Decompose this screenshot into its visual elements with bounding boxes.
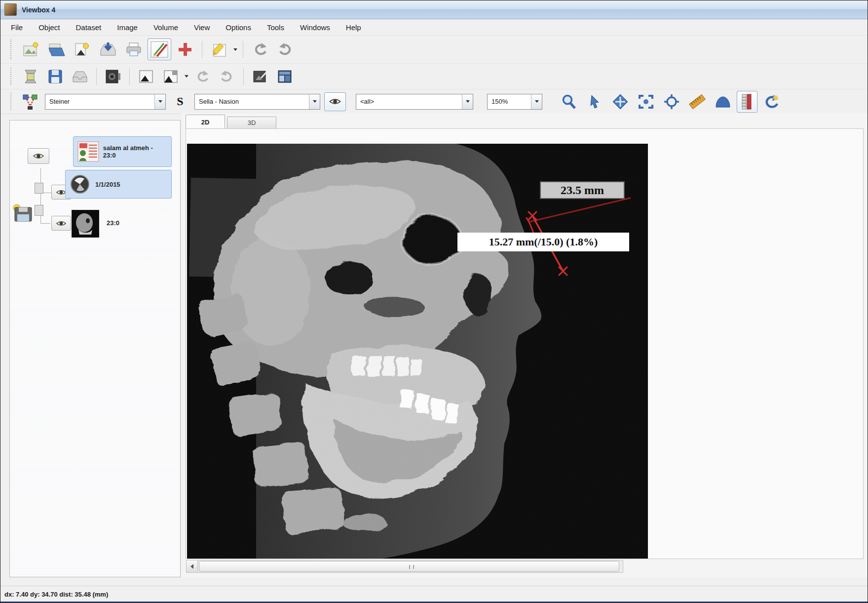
image-enhanced-button[interactable]: [159, 67, 182, 86]
pan-tool-button[interactable]: [608, 91, 632, 113]
toolbar-main: [0, 36, 868, 64]
save-image-button[interactable]: [71, 39, 94, 60]
redo-image-icon: [219, 70, 235, 83]
vertical-ruler-button[interactable]: [737, 91, 757, 113]
tree-item-study[interactable]: 1/1/2015: [65, 170, 172, 199]
annotate-pencil-dropdown[interactable]: [232, 42, 239, 57]
fit-to-window-icon: [638, 94, 654, 110]
scrollbar-thumb[interactable]: [199, 561, 619, 572]
import-archive-button[interactable]: [96, 39, 120, 60]
digitize-tool-button[interactable]: [148, 39, 171, 60]
open-image-icon: [23, 42, 39, 57]
patient-card-icon: [77, 140, 99, 163]
fit-to-window-button[interactable]: [634, 91, 658, 113]
show-hide-toggle[interactable]: [324, 92, 346, 111]
menu-image[interactable]: Image: [111, 21, 144, 34]
layout-window-icon: [277, 69, 293, 84]
scroll-left-button[interactable]: [187, 561, 198, 572]
tree-item-patient[interactable]: salam al atmeh - 23:0: [73, 136, 172, 167]
analysis-combo-dropdown[interactable]: [154, 94, 165, 109]
menu-options[interactable]: Options: [219, 21, 258, 34]
tree-connector: [40, 223, 50, 224]
undo-image-icon: [194, 70, 210, 83]
zoom-magnifier-icon: [561, 94, 577, 110]
undo-image-button[interactable]: [191, 67, 214, 86]
annotate-pencil-button[interactable]: [207, 39, 231, 60]
rotate-3d-button[interactable]: [759, 91, 783, 113]
menu-tools[interactable]: Tools: [261, 21, 291, 34]
patient-label: salam al atmeh - 23:0: [103, 144, 167, 159]
volume-dome-icon: [714, 94, 732, 109]
series-visibility-toggle[interactable]: [51, 216, 71, 231]
save-dataset-icon: [47, 69, 63, 84]
patient-visibility-toggle[interactable]: [28, 148, 49, 164]
digitize-tool-icon: [150, 40, 169, 58]
horizontal-scrollbar[interactable]: [186, 560, 623, 573]
pan-diamond-icon: [612, 93, 629, 110]
open-image-button[interactable]: [19, 39, 43, 60]
render-viewport[interactable]: 23.5 mm 15.27 mm(/15.0) (1.8%): [187, 144, 648, 559]
save-disk-button[interactable]: [11, 203, 34, 223]
visibility-eye-icon: [56, 220, 67, 227]
undo-icon: [252, 42, 268, 57]
zoom-tool-button[interactable]: [557, 91, 581, 113]
app-icon[interactable]: [4, 3, 17, 16]
menu-view[interactable]: View: [188, 21, 216, 34]
image-wand-button[interactable]: [249, 67, 271, 86]
layout-window-button[interactable]: [273, 67, 296, 86]
center-target-button[interactable]: [660, 91, 683, 113]
save-dataset-button[interactable]: [44, 67, 67, 86]
title-bar[interactable]: Viewbox 4: [0, 0, 868, 19]
measurement-combo[interactable]: Sella - Nasion: [194, 94, 320, 110]
ruler-tool-button[interactable]: [685, 91, 709, 113]
cephalometric-analysis-icon: [22, 93, 38, 110]
tree-node-box[interactable]: [35, 183, 43, 194]
status-bar: dx: 7.40 dy: 34.70 dist: 35.48 (mm): [0, 586, 868, 602]
menu-help[interactable]: Help: [340, 21, 368, 34]
save-image-icon: [74, 42, 91, 57]
measurement-combo-dropdown[interactable]: [309, 94, 320, 109]
zoom-level-combo[interactable]: 150%: [487, 94, 542, 110]
add-measurement-button[interactable]: [173, 39, 197, 60]
menu-file[interactable]: File: [4, 21, 29, 34]
redo-image-button[interactable]: [216, 67, 238, 86]
visibility-filter-dropdown[interactable]: [462, 94, 473, 109]
secondary-measurement-label: 15.27 mm(/15.0) (1.8%): [457, 233, 629, 251]
rotate-3d-icon: [763, 94, 779, 110]
image-original-button[interactable]: [135, 67, 157, 86]
menu-object[interactable]: Object: [32, 21, 66, 34]
toolbar-separator: [243, 41, 243, 58]
redo-button[interactable]: [274, 39, 298, 60]
volume-render-button[interactable]: [711, 91, 735, 113]
toolbar-grip[interactable]: [10, 68, 13, 85]
visibility-filter-combo[interactable]: <all>: [356, 94, 473, 110]
open-folder-button[interactable]: [45, 39, 69, 60]
zoom-level-dropdown[interactable]: [531, 94, 542, 109]
series-label: 23:0: [107, 219, 119, 227]
superimpose-s-button[interactable]: S: [171, 93, 189, 111]
undo-button[interactable]: [248, 39, 272, 60]
import-archive-icon: [99, 41, 117, 57]
tab-3d[interactable]: 3D: [227, 117, 276, 129]
view-tabstrip: 2D 3D: [186, 115, 276, 129]
tab-2d[interactable]: 2D: [186, 115, 225, 129]
toolbar-separator: [129, 68, 130, 85]
menu-windows[interactable]: Windows: [294, 21, 337, 34]
cephalometric-analysis-button[interactable]: [19, 91, 41, 113]
analysis-combo[interactable]: Steiner: [45, 94, 166, 110]
archive-tray-button[interactable]: [69, 67, 91, 86]
toolbar-grip[interactable]: [10, 40, 13, 59]
zoom-level-value: 150%: [488, 98, 531, 105]
acquire-xray-button[interactable]: [19, 67, 42, 86]
menu-dataset[interactable]: Dataset: [70, 21, 108, 34]
image-enhanced-dropdown[interactable]: [183, 69, 190, 84]
capture-photo-button[interactable]: [102, 67, 124, 86]
pointer-tool-button[interactable]: [583, 91, 606, 113]
capture-photo-icon: [105, 69, 121, 84]
series-thumbnail[interactable]: [72, 210, 99, 238]
print-button[interactable]: [122, 39, 146, 60]
menu-volume[interactable]: Volume: [147, 21, 185, 34]
study-sphere-icon: [70, 174, 90, 195]
tree-node-box[interactable]: [35, 205, 43, 216]
toolbar-grip[interactable]: [10, 93, 13, 110]
